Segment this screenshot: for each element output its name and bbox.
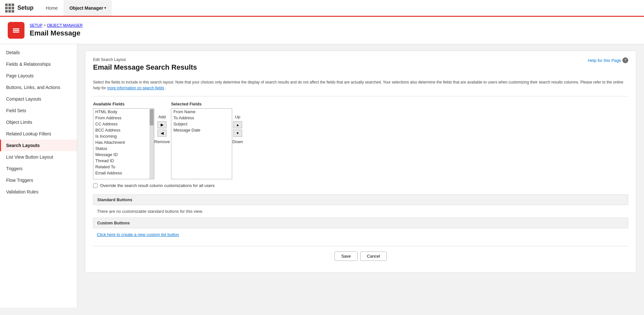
breadcrumb-setup[interactable]: SETUP <box>30 23 43 28</box>
content-area: Edit Search Layout Email Message Search … <box>77 44 644 308</box>
tab-object-manager[interactable]: Object Manager ▾ <box>63 0 112 17</box>
more-info-link[interactable]: more information on search fields <box>107 86 164 90</box>
sidebar-item-page-layouts[interactable]: Page Layouts <box>0 70 77 82</box>
scrollbar-thumb <box>150 109 154 125</box>
svg-rect-2 <box>13 32 19 33</box>
app-name: Setup <box>17 5 33 11</box>
app-grid-icon[interactable] <box>5 4 14 13</box>
remove-label: Remove <box>154 139 170 144</box>
override-checkbox-label: Override the search result column custom… <box>100 183 214 188</box>
layers-icon <box>12 26 21 35</box>
object-icon <box>8 22 24 39</box>
title-section: Edit Search Layout Email Message Search … <box>93 57 197 75</box>
content-card-header: Edit Search Layout Email Message Search … <box>93 57 628 75</box>
list-item[interactable]: Subject <box>171 121 232 127</box>
top-navigation: Setup Home Object Manager ▾ <box>0 0 644 17</box>
transfer-buttons: Add ▶ ◀ Remove <box>154 114 170 144</box>
breadcrumb-object-manager[interactable]: OBJECT MANAGER <box>47 23 82 28</box>
fields-container: Available Fields HTML Body From Address … <box>93 96 628 266</box>
content-card: Edit Search Layout Email Message Search … <box>85 51 636 273</box>
sidebar: Details Fields & Relationships Page Layo… <box>0 44 77 308</box>
top-nav-tabs: Home Object Manager ▾ <box>40 0 112 16</box>
action-buttons: Save Cancel <box>93 246 628 266</box>
down-label: Down <box>232 139 243 144</box>
create-custom-button-link[interactable]: Click here to create a new custom list b… <box>97 232 179 237</box>
fields-columns: Available Fields HTML Body From Address … <box>93 102 628 179</box>
custom-buttons-content: Click here to create a new custom list b… <box>93 231 628 241</box>
svg-rect-0 <box>13 28 19 29</box>
sidebar-item-triggers[interactable]: Triggers <box>0 163 77 174</box>
page-title: Email Message <box>30 29 83 37</box>
list-item[interactable]: Has Attachment <box>93 139 154 145</box>
breadcrumb-separator: > <box>43 23 47 28</box>
breadcrumb: SETUP > OBJECT MANAGER <box>30 23 83 28</box>
list-item[interactable]: Thread ID <box>93 158 154 164</box>
sidebar-item-compact-layouts[interactable]: Compact Layouts <box>0 93 77 105</box>
down-button[interactable]: ▼ <box>233 130 242 137</box>
list-item[interactable]: Status <box>93 145 154 152</box>
sidebar-item-fields-relationships[interactable]: Fields & Relationships <box>0 58 77 70</box>
sidebar-item-buttons-links-actions[interactable]: Buttons, Links, and Actions <box>0 82 77 93</box>
sidebar-item-flow-triggers[interactable]: Flow Triggers <box>0 174 77 186</box>
save-button[interactable]: Save <box>335 251 358 261</box>
standard-buttons-content: There are no customizable standard butto… <box>93 208 628 218</box>
sidebar-item-list-view-button-layout[interactable]: List View Button Layout <box>0 151 77 163</box>
content-title: Email Message Search Results <box>93 63 197 72</box>
sidebar-item-field-sets[interactable]: Field Sets <box>0 105 77 116</box>
list-item[interactable]: Email Address <box>93 170 154 176</box>
selected-fields-list[interactable]: From Name To Address Subject Message Dat… <box>171 108 232 179</box>
app-logo: Setup <box>5 4 33 13</box>
override-checkbox-row: Override the search result column custom… <box>93 183 628 188</box>
cancel-button[interactable]: Cancel <box>360 251 387 261</box>
header-text: SETUP > OBJECT MANAGER Email Message <box>30 23 83 37</box>
svg-rect-1 <box>13 30 19 31</box>
up-button[interactable]: ▲ <box>233 121 242 128</box>
chevron-down-icon: ▾ <box>104 6 106 10</box>
page-header: SETUP > OBJECT MANAGER Email Message <box>0 17 644 44</box>
add-button[interactable]: ▶ <box>157 121 166 128</box>
list-item[interactable]: Is Incoming <box>93 133 154 139</box>
list-item[interactable]: HTML Body <box>93 109 154 115</box>
sidebar-item-object-limits[interactable]: Object Limits <box>0 116 77 128</box>
sidebar-item-validation-rules[interactable]: Validation Rules <box>0 186 77 198</box>
edit-label: Edit Search Layout <box>93 57 197 62</box>
sidebar-item-related-lookup-filters[interactable]: Related Lookup Filters <box>0 128 77 140</box>
list-item[interactable]: Related To <box>93 164 154 170</box>
standard-buttons-header: Standard Buttons <box>93 194 628 205</box>
scrollbar-track <box>149 109 154 179</box>
override-checkbox[interactable] <box>93 183 98 188</box>
available-fields-wrapper: Available Fields HTML Body From Address … <box>93 102 154 179</box>
updown-buttons: Up ▲ ▼ Down <box>232 114 243 144</box>
up-label: Up <box>235 114 241 119</box>
sidebar-item-search-layouts[interactable]: Search Layouts <box>0 140 77 151</box>
list-item[interactable]: Message ID <box>93 152 154 158</box>
add-label: Add <box>158 114 166 119</box>
list-item[interactable]: To Address <box>171 115 232 121</box>
tab-home[interactable]: Home <box>40 0 63 17</box>
list-item[interactable]: From Name <box>171 109 232 115</box>
list-item[interactable]: From Address <box>93 115 154 121</box>
sidebar-item-details[interactable]: Details <box>0 47 77 58</box>
selected-fields-label: Selected Fields <box>171 102 232 106</box>
available-fields-label: Available Fields <box>93 102 154 106</box>
list-item[interactable]: CC Address <box>93 121 154 127</box>
list-item[interactable]: Message Date <box>171 127 232 133</box>
list-item[interactable]: BCC Address <box>93 127 154 133</box>
help-link[interactable]: Help for this Page ? <box>588 57 628 63</box>
description-text: Select the fields to include in this sea… <box>93 79 628 91</box>
remove-button[interactable]: ◀ <box>157 130 166 137</box>
selected-fields-wrapper: Selected Fields From Name To Address Sub… <box>171 102 232 179</box>
main-layout: Details Fields & Relationships Page Layo… <box>0 44 644 308</box>
help-icon: ? <box>622 57 628 63</box>
custom-buttons-header: Custom Buttons <box>93 218 628 228</box>
available-fields-list[interactable]: HTML Body From Address CC Address BCC Ad… <box>93 108 154 179</box>
